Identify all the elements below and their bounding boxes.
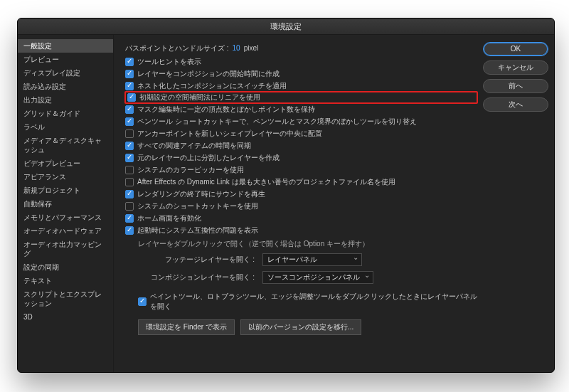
- sidebar-item[interactable]: 出力設定: [18, 93, 113, 107]
- checkbox-label: 初期設定の空間補間法にリニアを使用: [139, 92, 260, 102]
- sidebar-item[interactable]: 新規プロジェクト: [18, 184, 113, 197]
- comp-layer-dropdown[interactable]: ソースコンポジションパネル: [262, 271, 373, 284]
- sidebar-item[interactable]: メモリとパフォーマンス: [18, 211, 113, 224]
- sidebar-item[interactable]: 設定の同期: [18, 260, 113, 274]
- main-panel: パスポイントとハンドルサイズ : 10 pixel ツールヒントを表示レイヤーを…: [114, 35, 554, 372]
- checkbox-label: 元のレイヤーの上に分割したレイヤーを作成: [137, 153, 280, 163]
- checkbox[interactable]: [125, 105, 134, 114]
- settings-column: パスポイントとハンドルサイズ : 10 pixel ツールヒントを表示レイヤーを…: [125, 42, 477, 365]
- paint-tool-checkbox[interactable]: [138, 297, 147, 306]
- migrate-settings-button[interactable]: 以前のバージョンの設定を移行...: [240, 319, 361, 335]
- checkbox-row: アンカーポイントを新しいシェイプレイヤーの中央に配置: [125, 127, 477, 139]
- checkbox-row: ホーム画面を有効化: [125, 212, 477, 224]
- checkbox-label: すべての関連アイテムの時間を同期: [137, 141, 251, 151]
- checkbox[interactable]: [125, 58, 134, 66]
- preferences-window: 環境設定 一般設定プレビューディスプレイ設定読み込み設定出力設定グリッド＆ガイド…: [17, 18, 555, 373]
- cancel-button[interactable]: キャンセル: [483, 60, 548, 75]
- checkbox-row: ツールヒントを表示: [125, 55, 477, 68]
- window-title: 環境設定: [18, 18, 554, 35]
- checkbox-label: After Effects の Dynamic Link は最も大きい番号のプロ…: [137, 177, 395, 187]
- checkbox[interactable]: [125, 190, 134, 198]
- sidebar-item[interactable]: アピアランス: [18, 170, 113, 184]
- path-size-unit: pixel: [244, 44, 259, 52]
- checkbox[interactable]: [125, 154, 134, 162]
- checkbox-row: システムのカラーピッカーを使用: [125, 164, 477, 176]
- checkbox-list: ツールヒントを表示レイヤーをコンポジションの開始時間に作成ネスト化したコンポジシ…: [125, 55, 477, 236]
- checkbox-row: 元のレイヤーの上に分割したレイヤーを作成: [125, 152, 477, 164]
- checkbox-row: すべての関連アイテムの時間を同期: [125, 139, 477, 152]
- sidebar: 一般設定プレビューディスプレイ設定読み込み設定出力設定グリッド＆ガイドラベルメデ…: [18, 35, 114, 372]
- sidebar-item[interactable]: 一般設定: [18, 39, 113, 53]
- double-click-title: レイヤーをダブルクリックで開く（逆で開く場合は Option キーを押す）: [138, 239, 477, 249]
- window-body: 一般設定プレビューディスプレイ設定読み込み設定出力設定グリッド＆ガイドラベルメデ…: [18, 35, 554, 372]
- checkbox[interactable]: [125, 82, 134, 90]
- checkbox[interactable]: [125, 70, 134, 78]
- checkbox-label: レンダリングの終了時にサウンドを再生: [137, 189, 265, 199]
- reveal-in-finder-button[interactable]: 環境設定を Finder で表示: [138, 319, 235, 335]
- checkbox-label: システムのカラーピッカーを使用: [137, 165, 244, 175]
- checkbox-row: レンダリングの終了時にサウンドを再生: [125, 188, 477, 200]
- checkbox[interactable]: [127, 93, 136, 102]
- checkbox-label: 起動時にシステム互換性の問題を表示: [137, 226, 258, 235]
- checkbox-row: ネスト化したコンポジションにスイッチを適用: [125, 80, 477, 92]
- footage-layer-dropdown[interactable]: レイヤーパネル: [262, 253, 362, 266]
- sidebar-item[interactable]: グリッド＆ガイド: [18, 107, 113, 120]
- checkbox-label: マスク編集時に一定の頂点数とぼかしポイント数を保持: [137, 105, 315, 115]
- double-click-group: レイヤーをダブルクリックで開く（逆で開く場合は Option キーを押す） フッ…: [138, 239, 477, 312]
- checkbox[interactable]: [125, 117, 134, 126]
- checkbox-row: 起動時にシステム互換性の問題を表示: [125, 224, 477, 236]
- footer-buttons: 環境設定を Finder で表示 以前のバージョンの設定を移行...: [138, 319, 477, 335]
- paint-tool-row: ペイントツール、ロトブラシツール、エッジを調整ツールをダブルクリックしたときにレ…: [138, 290, 477, 312]
- checkbox-row: 初期設定の空間補間法にリニアを使用: [124, 91, 478, 104]
- checkbox[interactable]: [125, 202, 134, 211]
- checkbox-label: ツールヒントを表示: [137, 57, 201, 67]
- checkbox-row: システムのショートカットキーを使用: [125, 200, 477, 212]
- paint-tool-label: ペイントツール、ロトブラシツール、エッジを調整ツールをダブルクリックしたときにレ…: [150, 292, 477, 312]
- sidebar-item[interactable]: プレビュー: [18, 53, 113, 66]
- dialog-buttons: OK キャンセル 前へ 次へ: [477, 42, 548, 365]
- sidebar-item[interactable]: 3D: [18, 310, 113, 324]
- checkbox-label: レイヤーをコンポジションの開始時間に作成: [137, 69, 280, 79]
- sidebar-item[interactable]: オーディオ出力マッピング: [18, 238, 113, 260]
- checkbox-label: ホーム画面を有効化: [137, 213, 201, 223]
- sidebar-item[interactable]: オーディオハードウェア: [18, 224, 113, 238]
- comp-layer-label: コンポジションレイヤーを開く :: [138, 272, 259, 282]
- checkbox-label: システムのショートカットキーを使用: [137, 201, 258, 211]
- path-size-value[interactable]: 10: [233, 44, 240, 52]
- next-button[interactable]: 次へ: [483, 97, 548, 112]
- checkbox[interactable]: [125, 166, 134, 174]
- ok-button[interactable]: OK: [483, 42, 548, 56]
- checkbox-row: After Effects の Dynamic Link は最も大きい番号のプロ…: [125, 176, 477, 188]
- sidebar-item[interactable]: テキスト: [18, 274, 113, 287]
- footage-layer-row: フッテージレイヤーを開く : レイヤーパネル: [138, 252, 477, 267]
- path-size-label: パスポイントとハンドルサイズ :: [125, 43, 229, 53]
- sidebar-item[interactable]: ビデオプレビュー: [18, 157, 113, 170]
- checkbox-label: ネスト化したコンポジションにスイッチを適用: [137, 81, 287, 91]
- sidebar-item[interactable]: ディスプレイ設定: [18, 66, 113, 80]
- checkbox-label: アンカーポイントを新しいシェイプレイヤーの中央に配置: [137, 129, 322, 139]
- checkbox-row: ペンツール ショートカットキーで、ペンツールとマスク境界のぼかしツールを切り替え: [125, 115, 477, 127]
- checkbox[interactable]: [125, 226, 134, 235]
- sidebar-item[interactable]: スクリプトとエクスプレッション: [18, 287, 113, 310]
- checkbox[interactable]: [125, 142, 134, 150]
- footage-layer-label: フッテージレイヤーを開く :: [138, 255, 259, 265]
- path-size-row: パスポイントとハンドルサイズ : 10 pixel: [125, 42, 477, 54]
- checkbox[interactable]: [125, 129, 134, 138]
- sidebar-item[interactable]: 読み込み設定: [18, 80, 113, 93]
- checkbox[interactable]: [125, 214, 134, 223]
- checkbox-row: レイヤーをコンポジションの開始時間に作成: [125, 68, 477, 80]
- prev-button[interactable]: 前へ: [483, 79, 548, 93]
- checkbox-row: マスク編集時に一定の頂点数とぼかしポイント数を保持: [125, 103, 477, 115]
- sidebar-item[interactable]: ラベル: [18, 120, 113, 134]
- comp-layer-row: コンポジションレイヤーを開く : ソースコンポジションパネル: [138, 270, 477, 285]
- checkbox-label: ペンツール ショートカットキーで、ペンツールとマスク境界のぼかしツールを切り替え: [137, 117, 417, 127]
- checkbox[interactable]: [125, 178, 134, 186]
- sidebar-item[interactable]: メディア＆ディスクキャッシュ: [18, 134, 113, 157]
- sidebar-item[interactable]: 自動保存: [18, 197, 113, 211]
